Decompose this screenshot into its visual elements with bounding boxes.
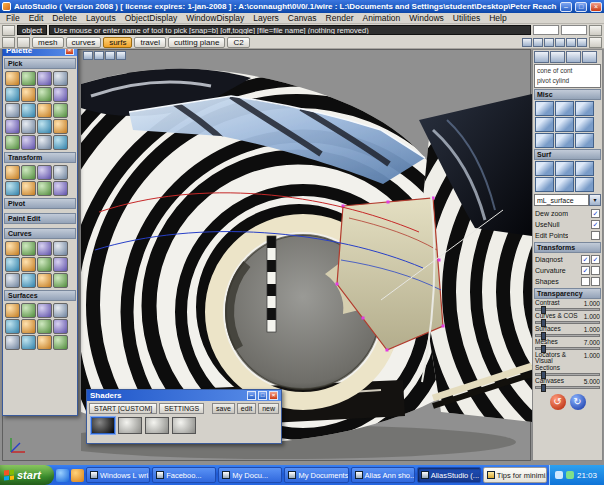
- palette-tool-icon[interactable]: [5, 319, 20, 334]
- menu-item[interactable]: Delete: [52, 13, 77, 23]
- slider-value[interactable]: 7.000: [584, 339, 600, 346]
- diagnostic-shade-blue-icon[interactable]: ↻: [570, 394, 586, 410]
- panel-cube-icon[interactable]: [575, 177, 594, 192]
- menu-item[interactable]: File: [6, 13, 20, 23]
- menu-item[interactable]: Windows: [409, 13, 443, 23]
- palette-tool-icon[interactable]: [37, 335, 52, 350]
- palette-section-header[interactable]: Transform: [4, 152, 76, 163]
- snap-icon[interactable]: [566, 38, 576, 47]
- palette-tool-icon[interactable]: [5, 135, 20, 150]
- diagnostic-checkbox-1[interactable]: ✓: [581, 255, 590, 264]
- shelf-tab[interactable]: C2: [227, 37, 249, 48]
- shaders-maximize-icon[interactable]: □: [258, 391, 267, 400]
- palette-tool-icon[interactable]: [5, 103, 20, 118]
- palette-tool-icon[interactable]: [53, 303, 68, 318]
- palette-tool-icon[interactable]: [37, 257, 52, 272]
- menu-item[interactable]: Help: [489, 13, 506, 23]
- slider-value[interactable]: 1.000: [584, 313, 600, 320]
- palette-tool-icon[interactable]: [37, 103, 52, 118]
- palette-tool-icon[interactable]: [53, 119, 68, 134]
- palette-tool-icon[interactable]: [37, 273, 52, 288]
- menu-item[interactable]: WindowDisplay: [186, 13, 244, 23]
- shaders-minimize-icon[interactable]: –: [247, 391, 256, 400]
- palette-tool-icon[interactable]: [5, 181, 20, 196]
- clock[interactable]: 21:03: [577, 471, 597, 480]
- snap-icon[interactable]: [577, 38, 587, 47]
- transparency-header[interactable]: Transparency: [534, 288, 601, 299]
- task-button[interactable]: AliasStudio (...: [417, 467, 481, 483]
- palette-section-header[interactable]: Paint Edit: [4, 213, 76, 224]
- palette-tool-icon[interactable]: [37, 303, 52, 318]
- palette-tool-icon[interactable]: [21, 119, 36, 134]
- palette-tool-icon[interactable]: [5, 119, 20, 134]
- result-set-item[interactable]: cone of cont: [537, 66, 598, 76]
- palette-tool-icon[interactable]: [5, 165, 20, 180]
- palette-tool-icon[interactable]: [21, 103, 36, 118]
- palette-section-header[interactable]: Pivot: [4, 198, 76, 209]
- palette-tool-icon[interactable]: [37, 87, 52, 102]
- palette-tool-icon[interactable]: [53, 241, 68, 256]
- shaders-button[interactable]: new: [258, 403, 279, 414]
- toggle-checkbox[interactable]: ✓: [591, 209, 600, 218]
- snap-icon[interactable]: [544, 38, 554, 47]
- palette-tool-icon[interactable]: [37, 319, 52, 334]
- slider-value[interactable]: 1.000: [584, 300, 600, 307]
- panel-tool-icon[interactable]: [582, 51, 597, 63]
- maximize-button[interactable]: □: [575, 2, 587, 12]
- palette-section-header[interactable]: Pick: [4, 58, 76, 69]
- panel-cube-icon[interactable]: [535, 117, 554, 132]
- toggle-checkbox[interactable]: ✓: [591, 220, 600, 229]
- menu-item[interactable]: Animation: [363, 13, 401, 23]
- palette-tool-icon[interactable]: [21, 181, 36, 196]
- diagnostic-checkbox-1[interactable]: [581, 277, 590, 286]
- network-icon[interactable]: [566, 471, 574, 479]
- shelf-tab[interactable]: mesh: [32, 37, 64, 48]
- panel-cube-icon[interactable]: [535, 177, 554, 192]
- palette-tool-icon[interactable]: [21, 257, 36, 272]
- coordinate-field-y[interactable]: [561, 25, 587, 35]
- shelf-tab[interactable]: cutting plane: [168, 37, 225, 48]
- window-toggle-icon[interactable]: [589, 37, 602, 48]
- palette-tool-icon[interactable]: [53, 319, 68, 334]
- slider-thumb[interactable]: [541, 371, 546, 379]
- minimize-button[interactable]: –: [560, 2, 572, 12]
- palette-tool-icon[interactable]: [53, 135, 68, 150]
- slider-value[interactable]: 1.000: [584, 352, 600, 359]
- slider-thumb[interactable]: [541, 319, 546, 327]
- diagnostic-checkbox-2[interactable]: [591, 277, 600, 286]
- panel-cube-icon[interactable]: [535, 133, 554, 148]
- task-button[interactable]: My Docu...: [218, 467, 282, 483]
- shelf-tab[interactable]: surfs: [103, 37, 132, 48]
- diagnostic-checkbox-2[interactable]: [591, 266, 600, 275]
- menu-item[interactable]: ObjectDisplay: [125, 13, 177, 23]
- toggle-checkbox[interactable]: [591, 231, 600, 240]
- panel-cube-icon[interactable]: [535, 161, 554, 176]
- shader-swatch[interactable]: [118, 417, 142, 434]
- panel-section-header[interactable]: Misc: [534, 89, 601, 100]
- viewport-toolbar-icon[interactable]: [116, 51, 126, 60]
- diagnostic-checkbox-1[interactable]: ✓: [581, 266, 590, 275]
- slider-groove[interactable]: [535, 308, 600, 311]
- shelf-tab[interactable]: travel: [134, 37, 166, 48]
- menu-item[interactable]: Utilities: [453, 13, 480, 23]
- slider-value[interactable]: 1.000: [584, 326, 600, 333]
- panel-cube-icon[interactable]: [575, 117, 594, 132]
- diagnostic-shade-red-icon[interactable]: ↺: [550, 394, 566, 410]
- panel-cube-icon[interactable]: [575, 101, 594, 116]
- panel-cube-icon[interactable]: [535, 101, 554, 116]
- task-button[interactable]: Tips for minimi...: [483, 467, 547, 483]
- task-button[interactable]: My Documents: [284, 467, 348, 483]
- palette-tool-icon[interactable]: [5, 335, 20, 350]
- palette-tool-icon[interactable]: [37, 71, 52, 86]
- panel-tool-icon[interactable]: [534, 51, 549, 63]
- palette-tool-icon[interactable]: [53, 71, 68, 86]
- lock-icon[interactable]: [2, 37, 15, 48]
- panel-tool-icon[interactable]: [566, 51, 581, 63]
- start-button[interactable]: start: [0, 465, 54, 485]
- palette-tool-icon[interactable]: [21, 71, 36, 86]
- palette-tool-icon[interactable]: [5, 71, 20, 86]
- shaders-tab[interactable]: START [CUSTOM]: [89, 403, 157, 414]
- panel-tool-icon[interactable]: [550, 51, 565, 63]
- shader-swatch[interactable]: [172, 417, 196, 434]
- transforms-header[interactable]: Transforms: [534, 242, 601, 253]
